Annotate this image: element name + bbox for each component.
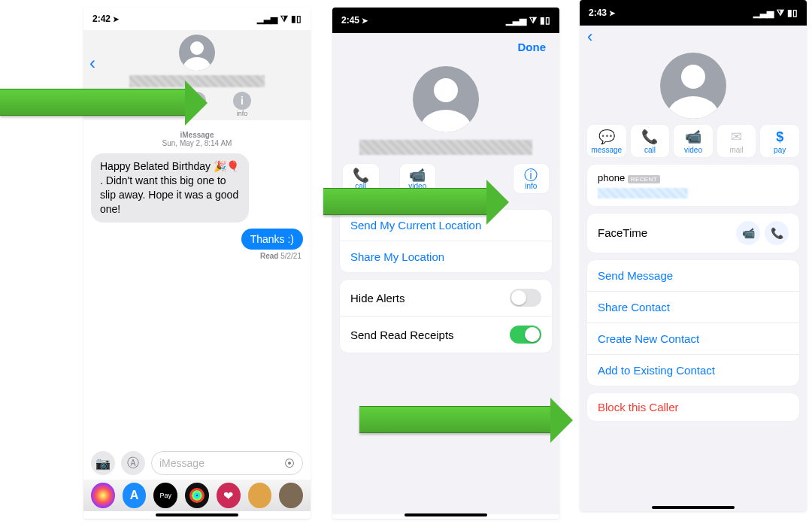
hide-alerts-row: Hide Alerts [340,280,552,316]
battery-icon: ▮▯ [787,8,798,18]
location-status-icon: ➤ [362,17,368,25]
phone-field-label: phone RECENT [598,172,789,183]
facetime-section: FaceTime 📹 📞 [587,214,799,253]
video-card[interactable]: 📹video [674,125,713,157]
contact-avatar[interactable] [413,66,479,132]
phone-number-section[interactable]: phone RECENT [587,165,799,206]
call-card[interactable]: 📞call [631,125,670,157]
status-bar: 2:42 ➤ ▁▃▅ ⧩ ▮▯ [83,8,311,30]
status-right: ▁▃▅ ⧩ ▮▯ [257,14,301,24]
tutorial-arrow-2 [323,188,488,215]
home-indicator[interactable] [156,513,238,516]
share-contact-link[interactable]: Share Contact [587,291,799,323]
wifi-icon: ⧩ [777,8,784,18]
cell-signal-icon: ▁▃▅ [257,14,277,24]
facetime-audio-button[interactable]: 📞 [765,221,789,245]
photos-app-icon[interactable] [91,483,115,508]
phone-contact-card: 2:43 ➤ ▁▃▅ ⧩ ▮▯ ‹ 💬message 📞call 📹video … [580,0,807,511]
app-drawer[interactable]: A Pay ❤ [83,480,311,511]
contact-body: 2:43 ➤ ▁▃▅ ⧩ ▮▯ ‹ 💬message 📞call 📹video … [580,0,807,511]
send-message-link[interactable]: Send Message [587,260,799,291]
hide-alerts-label: Hide Alerts [350,292,405,304]
read-receipts-switch[interactable] [510,326,541,344]
info-icon: i [233,92,251,110]
info-card[interactable]: ⓘ info [514,164,550,193]
status-right: ▁▃▅ ⧩ ▮▯ [506,15,550,26]
read-receipts-row: Send Read Receipts [340,316,552,353]
details-header: Done 📞 call 📹 video ·· ⓘ info [335,38,556,202]
phone-conversation-details: 2:45 ➤ ▁▃▅ ⧩ ▮▯ Done 📞 call 📹 video ·· [332,8,559,519]
back-button[interactable]: ‹ [587,27,592,47]
appstore-app-icon[interactable]: A [123,483,147,508]
contact-links-card: Send Message Share Contact Create New Co… [587,260,799,386]
contact-avatar[interactable] [179,35,215,71]
memoji-app-icon[interactable] [248,483,272,508]
health-app-icon[interactable]: ❤ [217,483,241,508]
phone-icon: 📞 [353,168,369,182]
battery-icon: ▮▯ [540,15,550,26]
message-icon: 💬 [598,129,615,146]
cell-signal-icon: ▁▃▅ [506,15,526,26]
location-status-icon: ➤ [113,15,119,23]
video-icon: 📹 [685,129,701,146]
block-this-caller[interactable]: Block this Caller [587,393,799,421]
add-existing-contact-link[interactable]: Add to Existing Contact [587,354,799,386]
info-label: info [525,182,537,190]
status-time: 2:42 [92,14,111,24]
phone-icon: 📞 [771,227,783,239]
contact-header-bar: ‹ [580,26,807,48]
apps-button[interactable]: Ⓐ [121,451,145,475]
input-placeholder: iMessage [159,457,205,469]
message-meta: iMessage Sun, May 2, 8:14 AM [83,131,311,147]
details-body: Done 📞 call 📹 video ·· ⓘ info S [332,33,559,514]
status-right: ▁▃▅ ⧩ ▮▯ [753,8,798,18]
voice-record-icon[interactable]: ⦿ [284,457,295,469]
location-card: Send My Current Location Share My Locati… [340,210,552,272]
read-receipt: Read 5/2/21 [83,252,301,260]
location-status-icon: ➤ [609,9,615,17]
contact-action-grid: 💬message 📞call 📹video ✉mail $pay [580,125,807,157]
wifi-icon: ⧩ [280,14,288,24]
phone-icon: 📞 [641,129,658,146]
sticker-app-icon[interactable] [279,483,303,508]
contact-avatar[interactable] [660,53,726,119]
status-bar: 2:45 ➤ ▁▃▅ ⧩ ▮▯ [332,8,559,33]
message-input-bar: 📷 Ⓐ iMessage ⦿ [83,447,311,480]
wifi-icon: ⧩ [529,15,537,26]
mail-card: ✉mail [717,125,756,157]
cell-signal-icon: ▁▃▅ [753,8,774,18]
phone-number-redacted [598,188,688,198]
incoming-message-bubble[interactable]: Happy Belated Birthday 🎉🎈 . Didn't want … [91,153,249,223]
hide-alerts-switch[interactable] [510,289,541,307]
status-time: 2:43 [589,8,607,18]
dollar-icon: $ [776,129,783,146]
activity-app-icon[interactable] [185,483,209,508]
home-indicator[interactable] [404,513,487,516]
message-date: Sun, May 2, 8:14 AM [83,139,311,147]
video-icon: 📹 [409,168,426,182]
done-button[interactable]: Done [518,41,547,53]
info-label: info [237,110,248,117]
video-icon: 📹 [742,227,755,239]
create-new-contact-link[interactable]: Create New Contact [587,323,799,354]
status-bar: 2:43 ➤ ▁▃▅ ⧩ ▮▯ [580,0,807,26]
facetime-video-button[interactable]: 📹 [736,221,760,245]
mail-icon: ✉ [731,129,742,146]
applepay-app-icon[interactable]: Pay [153,483,177,508]
outgoing-message-bubble[interactable]: Thanks :) [241,229,303,250]
home-indicator[interactable] [652,506,735,509]
back-button[interactable]: ‹ [89,53,95,74]
pay-card[interactable]: $pay [760,125,799,157]
share-my-location[interactable]: Share My Location [340,241,552,272]
info-action[interactable]: i info [233,92,251,117]
info-icon: ⓘ [524,168,538,182]
camera-button[interactable]: 📷 [91,451,115,475]
facetime-label: FaceTime [598,226,647,239]
message-text-input[interactable]: iMessage ⦿ [151,451,303,475]
message-card[interactable]: 💬message [587,125,626,157]
read-receipts-label: Send Read Receipts [350,329,454,341]
tutorial-arrow-3 [359,406,552,433]
tutorial-arrow-1 [0,89,186,116]
battery-icon: ▮▯ [291,14,301,24]
contact-name-redacted [359,140,532,155]
